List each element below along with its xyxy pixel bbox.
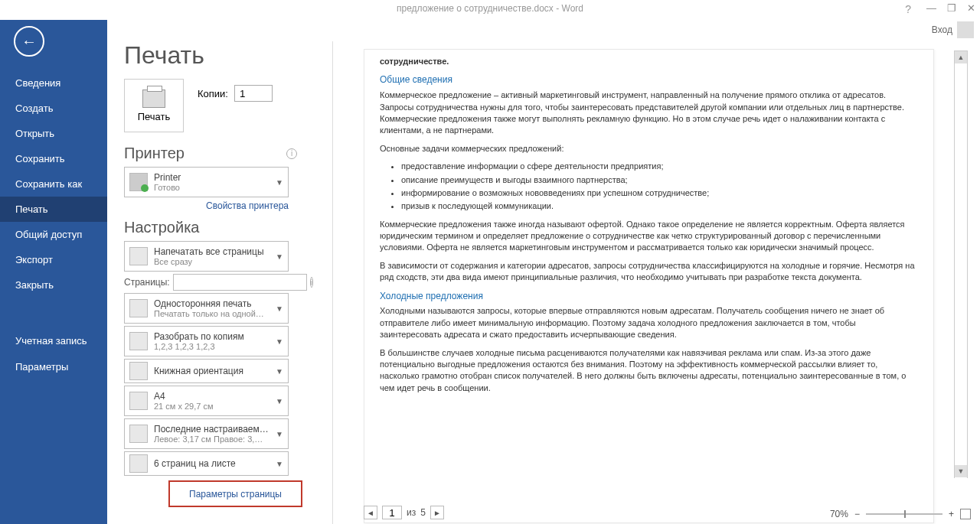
collate-dropdown[interactable]: Разобрать по копиям 1,2,3 1,2,3 1,2,3 ▼ [124, 326, 289, 356]
printer-properties-link[interactable]: Свойства принтера [206, 200, 289, 211]
prev-page-button[interactable]: ◄ [364, 506, 377, 519]
zoom-value: 70% [830, 509, 848, 519]
chevron-down-icon: ▼ [276, 304, 283, 313]
chevron-down-icon: ▼ [276, 430, 283, 438]
orientation-dropdown[interactable]: Книжная ориентация ▼ [124, 359, 289, 383]
collate-icon [129, 332, 148, 350]
print-scope-dropdown[interactable]: Напечатать все страницы Все сразу ▼ [124, 241, 289, 272]
copies-input[interactable] [234, 85, 273, 102]
sidebar-item-info[interactable]: Сведения [0, 70, 107, 96]
sidebar-item-close[interactable]: Закрыть [0, 272, 107, 298]
a4-icon [129, 392, 148, 410]
pages-input[interactable] [173, 274, 307, 291]
sidebar-item-new[interactable]: Создать [0, 96, 107, 121]
signin-label: Вход [932, 24, 952, 35]
signin[interactable]: Вход [932, 21, 974, 38]
back-button[interactable]: ← [14, 26, 44, 57]
pages-icon [129, 247, 148, 265]
scroll-up-icon[interactable]: ▲ [955, 51, 967, 63]
chevron-down-icon: ▼ [276, 178, 283, 187]
next-page-button[interactable]: ► [430, 506, 444, 519]
sidebar-item-saveas[interactable]: Сохранить как [0, 171, 107, 197]
page-of-label: из [407, 507, 416, 518]
print-preview: сотрудничестве. Общие сведения Коммерчес… [332, 41, 980, 524]
window-title: предложение о сотрудничестве.docx - Word [0, 0, 980, 14]
margins-dropdown[interactable]: Последние настраиваемые… Левое: 3,17 см … [124, 418, 289, 449]
margins-icon [129, 425, 148, 443]
close-icon[interactable]: ✕ [967, 2, 975, 14]
zoom-out-button[interactable]: − [854, 509, 860, 519]
printer-dropdown[interactable]: Printer Готово ▼ [124, 167, 289, 197]
zoom-control: 70% − + [830, 509, 971, 519]
one-sided-icon [129, 299, 148, 317]
chevron-down-icon: ▼ [276, 252, 283, 261]
print-settings: Печать Печать Копии: Принтер i Printer [124, 41, 323, 524]
restore-icon[interactable]: ❐ [947, 2, 956, 14]
sidebar-item-print[interactable]: Печать [0, 197, 107, 222]
paper-size-dropdown[interactable]: A4 21 см x 29,7 см ▼ [124, 386, 289, 416]
zoom-to-page-button[interactable] [960, 509, 971, 519]
sidebar-item-open[interactable]: Открыть [0, 121, 107, 146]
settings-header: Настройка [124, 219, 199, 236]
sidebar-item-save[interactable]: Сохранить [0, 146, 107, 171]
minimize-icon[interactable]: — [926, 2, 936, 14]
sides-dropdown[interactable]: Односторонняя печать Печатать только на … [124, 293, 289, 324]
current-page-input[interactable] [382, 506, 402, 519]
scroll-down-icon[interactable]: ▼ [955, 465, 967, 477]
title-bar: предложение о сотрудничестве.docx - Word… [0, 0, 980, 20]
printer-icon [142, 90, 165, 108]
sidebar-item-share[interactable]: Общий доступ [0, 222, 107, 247]
preview-scrollbar[interactable]: ▲ ▼ [954, 50, 968, 478]
zoom-in-button[interactable]: + [949, 509, 954, 519]
pages-label: Страницы: [124, 277, 170, 288]
info-icon[interactable]: i [286, 148, 297, 159]
portrait-icon [129, 362, 148, 380]
sidebar-item-options[interactable]: Параметры [0, 354, 107, 379]
chevron-down-icon: ▼ [276, 460, 283, 468]
avatar-icon [957, 21, 974, 38]
printer-status-icon [129, 173, 148, 191]
page-setup-link[interactable]: Параметры страницы [189, 489, 282, 500]
page-navigator: ◄ из 5 ► [364, 506, 444, 519]
sidebar-item-account[interactable]: Учетная запись [0, 328, 107, 354]
document-page: сотрудничестве. Общие сведения Коммерчес… [364, 49, 934, 523]
zoom-slider[interactable] [866, 513, 942, 515]
help-icon[interactable]: ? [905, 3, 911, 15]
chevron-down-icon: ▼ [276, 337, 283, 346]
pages-per-sheet-dropdown[interactable]: 6 страниц на листе ▼ [124, 451, 289, 476]
copies-label: Копии: [198, 88, 228, 99]
total-pages: 5 [420, 507, 426, 518]
backstage-sidebar: ← Сведения Создать Открыть Сохранить Сох… [0, 20, 107, 524]
print-button[interactable]: Печать [124, 79, 184, 132]
chevron-down-icon: ▼ [276, 397, 283, 405]
printer-header: Принтер [124, 145, 185, 162]
info-icon[interactable]: i [310, 277, 313, 288]
six-up-icon [129, 454, 148, 473]
window-controls: — ❐ ✕ [926, 2, 975, 14]
sidebar-item-export[interactable]: Экспорт [0, 247, 107, 272]
page-title: Печать [124, 41, 323, 70]
chevron-down-icon: ▼ [276, 367, 283, 376]
